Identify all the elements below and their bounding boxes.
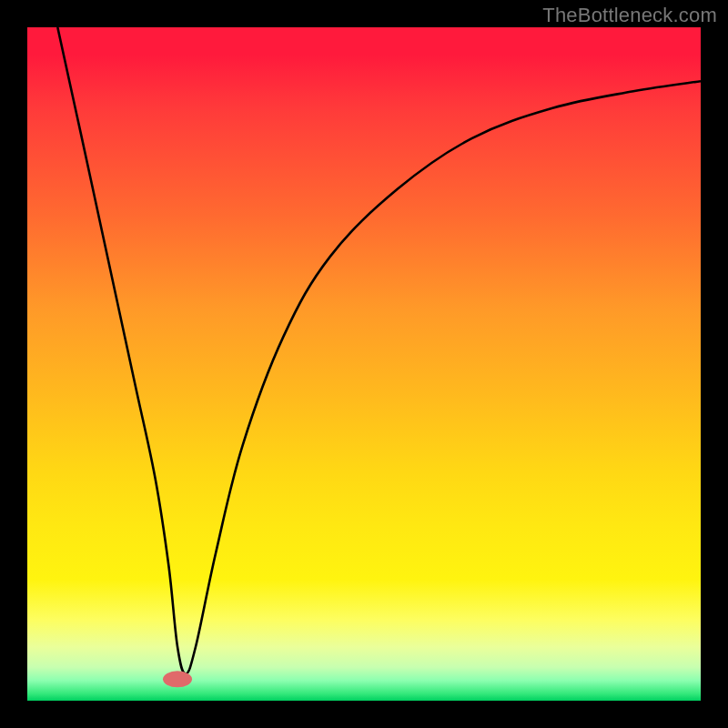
plot-area [27, 27, 701, 701]
optimal-marker-layer [27, 27, 701, 701]
curve-path [57, 27, 701, 673]
bottleneck-curve [27, 27, 701, 701]
watermark: TheBottleneck.com [542, 4, 717, 27]
chart-frame: TheBottleneck.com [0, 0, 728, 728]
optimal-marker [163, 671, 192, 687]
